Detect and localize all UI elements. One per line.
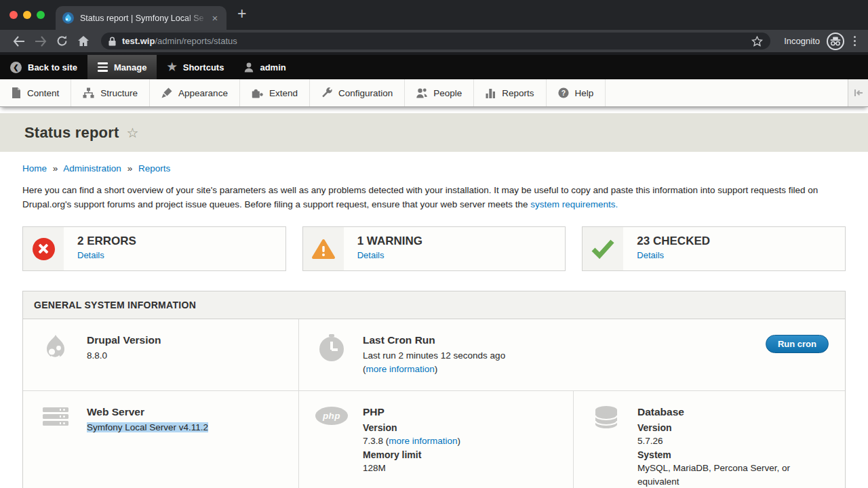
window-minimize-button[interactable]: [23, 11, 31, 19]
menu-item-label: Appearance: [178, 88, 228, 98]
last-cron-run-status: Last run 2 minutes 12 seconds ago: [363, 349, 505, 363]
shortcuts-label: Shortcuts: [183, 62, 224, 73]
php-icon: php: [315, 407, 348, 425]
menu-item-label: Configuration: [338, 88, 393, 98]
window-close-button[interactable]: [9, 11, 18, 19]
menu-item-extend[interactable]: Extend: [240, 79, 310, 106]
extend-icon: [252, 87, 263, 98]
php-icon-text: php: [323, 411, 340, 421]
manage-label: Manage: [114, 62, 146, 73]
panel-row-1: Drupal Version 8.8.0 Last Cron Run Last …: [23, 319, 845, 391]
database-version-label: Version: [637, 421, 829, 434]
errors-details-link[interactable]: Details: [77, 250, 104, 260]
php-version-label: Version: [363, 421, 460, 434]
lock-icon: [108, 37, 116, 46]
reports-icon: [486, 87, 496, 98]
menu-item-label: Extend: [269, 88, 298, 98]
reload-icon[interactable]: [56, 35, 68, 47]
paren: ): [458, 436, 461, 446]
warnings-details-link[interactable]: Details: [357, 250, 384, 260]
run-cron-button[interactable]: Run cron: [766, 335, 829, 353]
people-icon: [416, 88, 427, 98]
check-icon: [591, 239, 615, 259]
url-path: /admin/reports/status: [155, 36, 237, 46]
web-server-value: Symfony Local Server v4.11.2: [87, 422, 208, 432]
system-requirements-link[interactable]: system requirements.: [530, 199, 618, 209]
menu-item-structure[interactable]: Structure: [71, 79, 150, 106]
menu-item-help[interactable]: ? Help: [547, 79, 606, 106]
database-cell: Database Version 5.7.26 System MySQL, Ma…: [573, 391, 845, 488]
breadcrumb-separator: »: [127, 163, 133, 174]
url-bar[interactable]: test.wip/admin/reports/status: [101, 33, 770, 49]
error-icon: [33, 238, 55, 260]
web-server-cell: Web Server Symfony Local Server v4.11.2: [23, 391, 298, 488]
status-summary-cards: 2 ERRORS Details 1 WARNING Details: [22, 226, 846, 271]
browser-menu-icon[interactable]: [854, 36, 856, 46]
new-tab-button[interactable]: +: [237, 5, 246, 23]
php-version-line: 7.3.8 (more information): [363, 434, 460, 448]
url-host: test.wip: [122, 36, 155, 46]
menu-item-people[interactable]: People: [405, 79, 474, 106]
bookmark-star-icon[interactable]: [751, 36, 763, 47]
tab-close-icon[interactable]: ×: [209, 12, 221, 24]
panel-row-2: Web Server Symfony Local Server v4.11.2 …: [23, 391, 845, 488]
shortcuts-star-icon: ★: [167, 62, 176, 73]
favorite-star-icon[interactable]: ☆: [127, 125, 139, 141]
menu-item-appearance[interactable]: Appearance: [150, 79, 240, 106]
drupal-favicon-icon: [62, 12, 74, 24]
back-icon[interactable]: [13, 36, 25, 47]
menu-item-label: People: [433, 88, 462, 98]
php-title: PHP: [363, 405, 460, 419]
cron-more-information-link[interactable]: more information: [366, 364, 435, 374]
back-to-site-button[interactable]: ❮ Back to site: [0, 55, 87, 79]
database-version-value: 5.7.26: [637, 434, 829, 448]
breadcrumb-administration-link[interactable]: Administration: [63, 163, 121, 174]
configuration-icon: [321, 87, 332, 98]
user-menu-button[interactable]: admin: [234, 55, 296, 79]
breadcrumb-home-link[interactable]: Home: [22, 163, 47, 174]
shortcuts-button[interactable]: ★ Shortcuts: [157, 55, 234, 79]
checked-iconbox: [583, 227, 623, 270]
home-icon[interactable]: [77, 35, 90, 47]
page-header: Status report ☆: [0, 113, 868, 152]
checked-card: 23 CHECKED Details: [582, 226, 846, 271]
clock-icon: [317, 333, 346, 362]
intro-body: Here you can find a short overview of yo…: [22, 185, 818, 209]
content-icon: [12, 87, 21, 98]
warnings-count: 1 WARNING: [357, 235, 422, 248]
errors-iconbox: [23, 227, 64, 270]
paren: ): [435, 364, 438, 374]
checked-details-link[interactable]: Details: [637, 250, 664, 260]
help-icon: ?: [558, 87, 569, 98]
menu-item-configuration[interactable]: Configuration: [310, 79, 405, 106]
menu-item-label: Help: [575, 88, 594, 98]
window-zoom-button[interactable]: [37, 11, 45, 19]
drupal-admin-toolbar: ❮ Back to site Manage ★ Shortcuts admin: [0, 55, 868, 79]
forward-icon[interactable]: [35, 36, 47, 47]
hamburger-icon: [98, 62, 108, 71]
drupal-drop-icon: [41, 333, 70, 362]
warning-icon: [311, 239, 336, 260]
warnings-card: 1 WARNING Details: [302, 226, 566, 271]
php-more-information-link[interactable]: more information: [389, 436, 457, 446]
panel-header: GENERAL SYSTEM INFORMATION: [23, 291, 845, 319]
menu-item-reports[interactable]: Reports: [474, 79, 546, 106]
browser-tab[interactable]: Status report | Symfony Local Se ×: [56, 6, 226, 30]
menu-item-content[interactable]: Content: [0, 79, 71, 106]
general-system-information-panel: GENERAL SYSTEM INFORMATION Drupal Versio…: [22, 291, 846, 488]
toolbar-orientation-toggle[interactable]: [848, 79, 868, 106]
errors-card: 2 ERRORS Details: [22, 226, 286, 271]
page-title: Status report: [24, 124, 119, 142]
menu-item-label: Reports: [502, 88, 534, 98]
main-content: Home » Administration » Reports Here you…: [0, 163, 868, 488]
warnings-iconbox: [303, 227, 344, 270]
admin-menu-bar: Content Structure Appearance Extend Conf…: [0, 79, 868, 107]
breadcrumb-reports-link[interactable]: Reports: [138, 163, 170, 174]
php-cell: php PHP Version 7.3.8 (more information)…: [298, 391, 573, 488]
intro-text: Here you can find a short overview of yo…: [22, 183, 846, 211]
menu-item-label: Structure: [100, 88, 138, 98]
structure-icon: [83, 87, 94, 98]
manage-button[interactable]: Manage: [87, 55, 157, 79]
php-memory-value: 128M: [363, 462, 460, 475]
browser-tab-strip: Status report | Symfony Local Se × +: [0, 0, 868, 30]
